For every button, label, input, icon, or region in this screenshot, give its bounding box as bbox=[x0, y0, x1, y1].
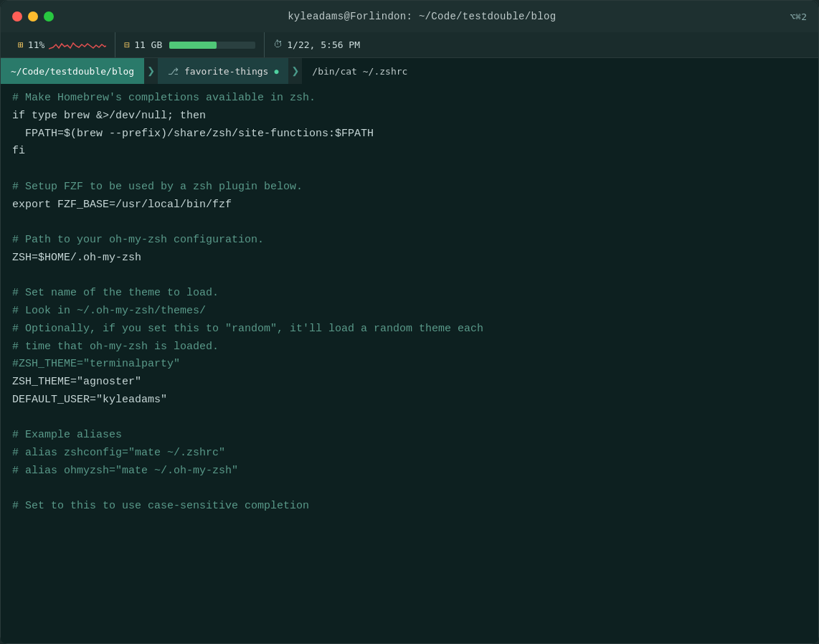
cpu-graph bbox=[49, 39, 106, 52]
status-bar: ⊞ 11% ⊟ 11 GB ⏱ 1/22, 5:56 PM bbox=[1, 32, 818, 58]
code-line-13: # Look in ~/.oh-my-zsh/themes/ bbox=[12, 303, 807, 321]
tab-separator2: ❯ bbox=[288, 58, 302, 84]
branch-name: favorite-things bbox=[184, 66, 268, 77]
tab-path[interactable]: ~/Code/testdouble/blog bbox=[1, 58, 144, 84]
window-title: kyleadams@Forlindon: ~/Code/testdouble/b… bbox=[288, 11, 556, 22]
code-line-3: FPATH=$(brew --prefix)/share/zsh/site-fu… bbox=[12, 126, 807, 143]
maximize-button[interactable] bbox=[44, 11, 54, 22]
code-line-11 bbox=[12, 267, 807, 285]
code-line-19 bbox=[12, 409, 807, 427]
code-line-1: # Make Homebrew's completions available … bbox=[12, 90, 807, 108]
ram-label: 11 GB bbox=[134, 39, 162, 50]
code-line-8 bbox=[12, 214, 807, 232]
code-line-22: # alias ohmyzsh="mate ~/.oh-my-zsh" bbox=[12, 463, 807, 480]
close-button[interactable] bbox=[12, 11, 22, 22]
datetime-label: 1/22, 5:56 PM bbox=[287, 39, 360, 50]
clock-section: ⏱ 1/22, 5:56 PM bbox=[265, 32, 369, 57]
code-line-17: ZSH_THEME="agnoster" bbox=[12, 374, 807, 392]
tab-command: /bin/cat ~/.zshrc bbox=[302, 58, 818, 84]
tab-separator: ❯ bbox=[144, 58, 158, 84]
terminal-content[interactable]: # Make Homebrew's completions available … bbox=[1, 84, 818, 643]
code-line-15: # time that oh-my-zsh is loaded. bbox=[12, 338, 807, 356]
code-line-10: ZSH=$HOME/.oh-my-zsh bbox=[12, 250, 807, 267]
code-line-18: DEFAULT_USER="kyleadams" bbox=[12, 392, 807, 409]
tab-arrow-icon2: ❯ bbox=[291, 63, 299, 79]
code-line-21: # alias zshconfig="mate ~/.zshrc" bbox=[12, 445, 807, 463]
code-line-14: # Optionally, if you set this to "random… bbox=[12, 321, 807, 338]
tab-path-text: ~/Code/testdouble/blog bbox=[11, 66, 134, 77]
terminal-window: kyleadams@Forlindon: ~/Code/testdouble/b… bbox=[0, 0, 819, 644]
code-line-12: # Set name of the theme to load. bbox=[12, 285, 807, 303]
cpu-label: 11% bbox=[28, 39, 44, 50]
command-text: /bin/cat ~/.zshrc bbox=[312, 66, 407, 77]
code-line-20: # Example aliases bbox=[12, 427, 807, 445]
tab-arrow-icon: ❯ bbox=[147, 63, 155, 79]
ram-bar bbox=[169, 42, 255, 49]
cpu-section: ⊞ 11% bbox=[9, 32, 115, 57]
code-line-6: # Setup FZF to be used by a zsh plugin b… bbox=[12, 179, 807, 196]
ram-icon: ⊟ bbox=[124, 39, 130, 51]
code-line-5 bbox=[12, 161, 807, 179]
traffic-lights bbox=[12, 11, 54, 22]
ram-section: ⊟ 11 GB bbox=[115, 32, 265, 57]
code-line-2: if type brew &>/dev/null; then bbox=[12, 108, 807, 126]
code-line-16: #ZSH_THEME="terminalparty" bbox=[12, 356, 807, 374]
tab-bar: ~/Code/testdouble/blog ❯ ⎇ favorite-thin… bbox=[1, 58, 818, 84]
code-line-7: export FZF_BASE=/usr/local/bin/fzf bbox=[12, 196, 807, 214]
git-icon: ⎇ bbox=[168, 66, 179, 77]
code-line-4: fi bbox=[12, 143, 807, 161]
window-shortcut: ⌥⌘2 bbox=[790, 11, 807, 22]
code-line-9: # Path to your oh-my-zsh configuration. bbox=[12, 232, 807, 250]
tab-branch[interactable]: ⎇ favorite-things ● bbox=[158, 58, 288, 84]
code-line-24: # Set to this to use case-sensitive comp… bbox=[12, 498, 807, 516]
cpu-icon: ⊞ bbox=[18, 39, 24, 51]
minimize-button[interactable] bbox=[28, 11, 38, 22]
dirty-indicator: ● bbox=[274, 67, 278, 75]
clock-icon: ⏱ bbox=[273, 39, 283, 50]
ram-bar-fill bbox=[169, 42, 217, 49]
code-line-23 bbox=[12, 480, 807, 498]
title-bar: kyleadams@Forlindon: ~/Code/testdouble/b… bbox=[1, 1, 818, 32]
